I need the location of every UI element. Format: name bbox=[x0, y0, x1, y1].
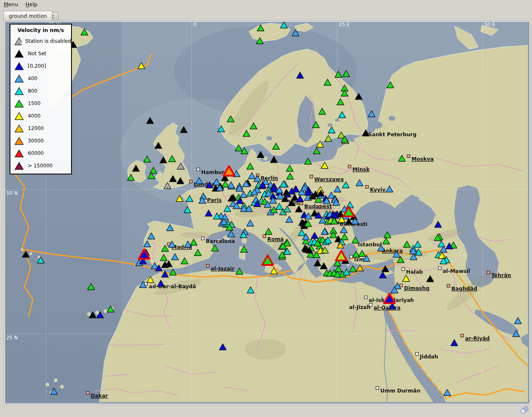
legend-item: 4000 bbox=[10, 110, 71, 122]
city-label: Halab bbox=[406, 269, 423, 275]
legend-label: Not Set bbox=[28, 51, 47, 56]
city-label: Kyyiv bbox=[370, 186, 386, 193]
legend-item: Not Set bbox=[10, 47, 71, 60]
legend-triangle-icon bbox=[14, 99, 24, 108]
city-marker bbox=[86, 392, 89, 395]
svg-text:x: x bbox=[18, 41, 20, 45]
legend-item: 12000 bbox=[10, 122, 71, 135]
grid-label: 25 E bbox=[339, 22, 350, 27]
menu-item-help[interactable]: Help bbox=[22, 0, 41, 9]
legend-title: Velocity in nm/s bbox=[10, 25, 71, 35]
app-window: MenuHelp ground motionqc bbox=[0, 0, 532, 417]
grid-label: 50 E bbox=[484, 22, 495, 27]
city-label: al-Jîzah bbox=[349, 304, 370, 310]
city-label: Baghdâd bbox=[451, 285, 477, 292]
legend-item: xStation is disabled bbox=[10, 35, 71, 47]
legend-label: > 150000 bbox=[28, 163, 53, 169]
city-label: al-Jazair bbox=[211, 265, 235, 272]
city-marker bbox=[487, 271, 490, 274]
city-marker bbox=[190, 180, 192, 183]
city-marker bbox=[202, 237, 204, 240]
legend-triangle-icon: x bbox=[14, 37, 22, 46]
city-label: ar-Riyâd bbox=[465, 335, 490, 341]
legend-item: 400 bbox=[10, 72, 71, 85]
city-marker bbox=[416, 353, 419, 356]
legend-label: Station is disabled bbox=[25, 38, 71, 44]
city-label: Istanbul bbox=[358, 241, 382, 248]
legend-label: [0,200] bbox=[28, 63, 46, 69]
menu-bar: MenuHelp bbox=[0, 0, 532, 10]
legend-triangle-icon bbox=[14, 137, 24, 145]
legend-item: > 150000 bbox=[10, 159, 71, 172]
legend-label: 4000 bbox=[28, 113, 41, 119]
city-marker bbox=[402, 268, 405, 271]
legend-triangle-icon bbox=[14, 62, 24, 71]
city-label: Moskva bbox=[411, 156, 433, 162]
city-marker bbox=[438, 267, 441, 270]
legend-label: 30000 bbox=[28, 138, 44, 144]
city-marker bbox=[376, 387, 379, 390]
city-label: Budapest bbox=[304, 203, 332, 209]
city-marker bbox=[400, 284, 403, 287]
city-marker bbox=[300, 202, 303, 205]
city-label: Dakar bbox=[91, 392, 108, 399]
legend-triangle-icon bbox=[14, 49, 24, 58]
grid-label: 25 N bbox=[6, 335, 18, 341]
disabled-x: x bbox=[180, 166, 182, 169]
legend-label: 1500 bbox=[28, 101, 41, 106]
city-marker bbox=[350, 255, 353, 258]
city-marker bbox=[263, 235, 266, 238]
legend-triangle-icon bbox=[14, 112, 24, 120]
legend-label: 60000 bbox=[28, 150, 44, 156]
city-marker bbox=[461, 334, 464, 337]
size-grip-icon[interactable] bbox=[519, 405, 530, 415]
legend-label: 400 bbox=[28, 76, 37, 81]
legend-triangle-icon bbox=[14, 149, 24, 158]
city-label: Minsk bbox=[352, 166, 370, 172]
legend-item: [0,200] bbox=[10, 60, 71, 72]
legend-triangle-icon bbox=[14, 162, 24, 170]
legend-label: 800 bbox=[28, 88, 37, 94]
city-label: Ankara bbox=[382, 248, 403, 254]
grid-label: 50 N bbox=[6, 190, 18, 196]
legend-triangle-icon bbox=[14, 87, 24, 96]
map-legend: Velocity in nm/s xStation is disabledNot… bbox=[10, 24, 72, 174]
legend-triangle-icon bbox=[14, 124, 24, 133]
city-marker bbox=[447, 285, 450, 287]
city-marker bbox=[365, 296, 367, 299]
city-label: Dimashq bbox=[404, 285, 429, 291]
legend-item: 30000 bbox=[10, 135, 71, 147]
city-marker bbox=[207, 265, 209, 267]
city-label: Berlin bbox=[261, 175, 278, 181]
menu-item-menu[interactable]: Menu bbox=[0, 0, 22, 9]
city-label: Paris bbox=[207, 197, 222, 203]
city-label: al-Qahira bbox=[374, 304, 401, 311]
city-marker bbox=[366, 186, 369, 189]
disabled-x: x bbox=[167, 186, 168, 189]
map-frame[interactable]: 25 W025 E50 E50 N25 N LondonParisHamburg… bbox=[4, 21, 530, 405]
legend-item: 60000 bbox=[10, 147, 71, 159]
tab-ground-motion[interactable]: ground motion bbox=[3, 11, 52, 20]
city-marker bbox=[197, 168, 200, 171]
city-marker bbox=[348, 165, 351, 168]
legend-triangle-icon bbox=[14, 74, 24, 83]
city-label: Roma bbox=[267, 236, 284, 242]
city-label: Barcelona bbox=[206, 238, 235, 244]
city-marker bbox=[310, 175, 313, 178]
city-label: Umm Durmân bbox=[380, 388, 420, 394]
city-label: Jiddah bbox=[419, 353, 438, 360]
city-label: ad-Dar-al-Baydâ bbox=[149, 283, 196, 289]
city-label: Warszawa bbox=[314, 176, 344, 182]
city-label: Sankt Peterburg bbox=[368, 131, 416, 137]
map-canvas[interactable]: 25 W025 E50 E50 N25 N LondonParisHamburg… bbox=[5, 22, 528, 402]
legend-item: 800 bbox=[10, 85, 71, 97]
city-marker bbox=[407, 155, 410, 158]
legend-label: 12000 bbox=[28, 125, 44, 131]
grid-label: 0 bbox=[193, 22, 197, 27]
legend-item: 1500 bbox=[10, 97, 71, 110]
city-label: al-Mawsil bbox=[443, 268, 470, 274]
city-label: Tehrân bbox=[491, 272, 511, 278]
